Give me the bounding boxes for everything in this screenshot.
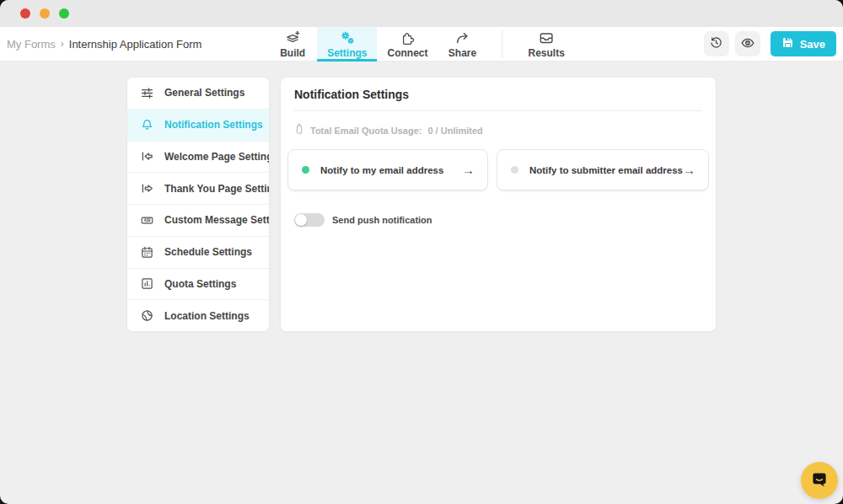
app-header: My Forms › Internship Application Form B…: [0, 27, 843, 62]
app-window: My Forms › Internship Application Form B…: [0, 0, 843, 504]
share-arrow-icon: [454, 29, 470, 46]
tab-build[interactable]: Build: [268, 27, 317, 62]
tab-connect-label: Connect: [387, 47, 427, 59]
tab-share[interactable]: Share: [438, 27, 486, 62]
sidebar-item-label: Welcome Page Settings: [164, 151, 270, 163]
battery-gauge-icon: [294, 123, 304, 138]
svg-text:A|B: A|B: [143, 218, 151, 223]
breadcrumb-separator: ›: [61, 38, 64, 50]
sidebar-item-label: Notification Settings: [164, 119, 263, 131]
main-nav-tabs: Build: [268, 27, 575, 62]
breadcrumb-my-forms[interactable]: My Forms: [7, 38, 56, 51]
preview-button[interactable]: [735, 31, 760, 56]
push-notification-toggle[interactable]: [294, 213, 325, 227]
email-quota-usage: Total Email Quota Usage: 0 / Unlimited: [294, 123, 702, 138]
sidebar-item-thank-you-page-settings[interactable]: Thank You Page Settings: [127, 173, 269, 205]
layers-plus-icon: [284, 29, 301, 46]
push-notification-label: Send push notification: [332, 215, 432, 225]
tab-settings-label: Settings: [327, 47, 367, 59]
zoom-window-button[interactable]: [59, 8, 69, 19]
sidebar-item-label: General Settings: [164, 87, 244, 99]
chat-bubble-icon: [809, 469, 830, 492]
tabs-divider: [502, 30, 502, 58]
sidebar-item-label: Schedule Settings: [164, 246, 252, 258]
toggle-knob: [295, 214, 307, 226]
sidebar-item-quota-settings[interactable]: Quota Settings: [127, 269, 269, 301]
sidebar-item-label: Custom Message Settings: [164, 214, 270, 226]
gears-icon: [339, 29, 356, 46]
sidebar-item-label: Quota Settings: [164, 278, 236, 290]
puzzle-icon: [399, 29, 416, 46]
tab-build-label: Build: [280, 47, 305, 59]
sidebar-item-welcome-page-settings[interactable]: Welcome Page Settings: [127, 142, 269, 174]
arrow-right-icon: →: [462, 164, 475, 176]
sidebar-item-label: Location Settings: [164, 310, 250, 322]
header-actions: Save: [704, 27, 836, 61]
notify-card-label: Notify to submitter email address: [529, 165, 683, 175]
settings-sidebar: General Settings Notification Settings: [126, 77, 270, 332]
status-dot-enabled: [302, 166, 309, 174]
notify-submitter-email-card[interactable]: Notify to submitter email address →: [497, 149, 709, 190]
titlebar: [0, 0, 843, 27]
panel-header: Notification Settings: [294, 78, 702, 111]
globe-icon: [139, 308, 154, 324]
history-clock-icon: [709, 35, 723, 52]
text-box-icon: A|B: [139, 212, 154, 228]
minimize-window-button[interactable]: [40, 8, 50, 19]
sidebar-item-location-settings[interactable]: Location Settings: [127, 300, 269, 331]
arrow-left-bar-icon: [139, 149, 154, 164]
close-window-button[interactable]: [20, 8, 30, 19]
breadcrumb: My Forms › Internship Application Form: [7, 27, 201, 61]
bar-chart-box-icon: [139, 276, 154, 292]
window-controls: [20, 8, 69, 19]
notify-cards: Notify to my email address → Notify to s…: [287, 149, 709, 190]
tab-results-label: Results: [528, 47, 564, 59]
tab-connect[interactable]: Connect: [377, 27, 438, 62]
notification-settings-panel: Notification Settings Total Email Quota …: [280, 77, 717, 332]
tab-settings[interactable]: Settings: [317, 27, 377, 62]
sliders-icon: [139, 85, 154, 100]
save-button-label: Save: [800, 38, 825, 51]
sidebar-item-general-settings[interactable]: General Settings: [127, 78, 269, 110]
calendar-icon: [139, 244, 154, 260]
breadcrumb-form-name: Internship Application Form: [69, 38, 202, 51]
push-notification-row: Send push notification: [287, 213, 709, 227]
quota-label: Total Email Quota Usage:: [310, 126, 422, 136]
quota-value: 0 / Unlimited: [427, 126, 482, 136]
status-dot-disabled: [511, 166, 518, 174]
sidebar-item-custom-message-settings[interactable]: A|B Custom Message Settings: [127, 205, 269, 237]
sidebar-item-notification-settings[interactable]: Notification Settings: [127, 110, 269, 142]
bell-icon: [139, 117, 154, 132]
notify-card-label: Notify to my email address: [320, 165, 443, 175]
tab-results[interactable]: Results: [518, 27, 574, 62]
sidebar-item-schedule-settings[interactable]: Schedule Settings: [127, 237, 269, 269]
content-area: General Settings Notification Settings: [0, 62, 843, 503]
sidebar-item-label: Thank You Page Settings: [164, 183, 270, 195]
eye-icon: [740, 35, 755, 53]
page-title: Notification Settings: [294, 88, 409, 101]
chat-launcher-button[interactable]: [801, 462, 838, 499]
history-button[interactable]: [704, 31, 729, 56]
inbox-icon: [538, 29, 555, 46]
arrow-right-icon: →: [683, 164, 695, 176]
arrow-right-bar-icon: [139, 181, 154, 196]
notify-my-email-card[interactable]: Notify to my email address →: [287, 149, 488, 190]
tab-share-label: Share: [448, 47, 476, 59]
save-button[interactable]: Save: [771, 31, 836, 56]
floppy-disk-icon: [781, 36, 794, 51]
